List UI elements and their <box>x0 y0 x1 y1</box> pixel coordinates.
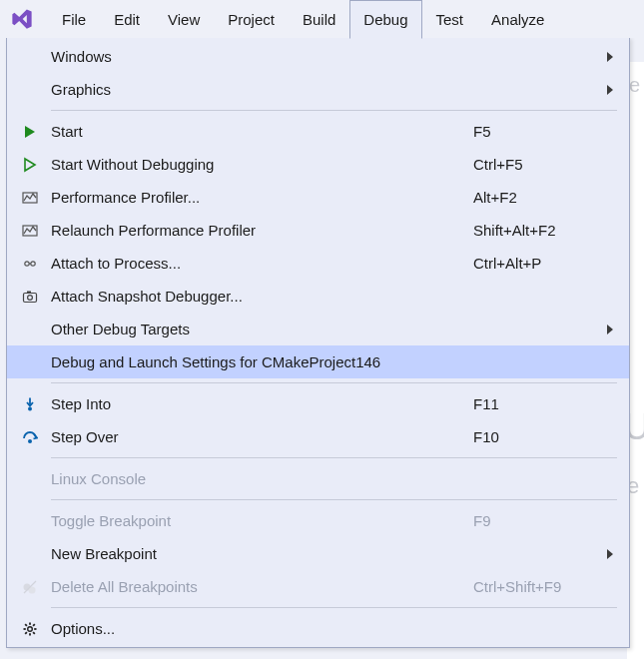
snapshot-icon <box>17 289 43 305</box>
menu-separator <box>51 457 617 458</box>
svg-point-8 <box>28 406 32 410</box>
menuitem-options[interactable]: Options... <box>7 612 629 645</box>
menu-build[interactable]: Build <box>289 0 349 38</box>
svg-line-19 <box>25 624 27 626</box>
menu-view[interactable]: View <box>154 0 214 38</box>
menuitem-label: Start <box>43 123 473 140</box>
menuitem-label: Debug and Launch Settings for CMakeProje… <box>43 353 473 370</box>
menuitem-label: Delete All Breakpoints <box>43 578 473 595</box>
menuitem-label: Options... <box>43 620 473 637</box>
menuitem-attach-to-process[interactable]: Attach to Process...Ctrl+Alt+P <box>7 247 629 280</box>
menu-separator <box>51 499 617 500</box>
menuitem-label: Relaunch Performance Profiler <box>43 222 473 239</box>
menu-separator <box>51 607 617 608</box>
menuitem-shortcut: F5 <box>473 123 603 140</box>
menuitem-label: Toggle Breakpoint <box>43 512 473 529</box>
vs-logo-icon <box>10 7 34 31</box>
menuitem-start[interactable]: StartF5 <box>7 115 629 148</box>
menuitem-label: Linux Console <box>43 470 473 487</box>
menu-label: File <box>62 11 86 28</box>
menuitem-graphics[interactable]: Graphics <box>7 73 629 106</box>
svg-rect-5 <box>24 293 37 302</box>
start-outline-icon <box>17 157 43 173</box>
submenu-arrow-icon <box>603 325 617 334</box>
start-icon <box>17 124 43 140</box>
menu-label: Project <box>228 11 275 28</box>
menu-label: Debug <box>363 11 407 28</box>
menuitem-debug-and-launch-settings-for-cmakeproject146[interactable]: Debug and Launch Settings for CMakeProje… <box>7 345 629 378</box>
del-bp-icon <box>17 579 43 595</box>
menuitem-label: Step Into <box>43 395 473 412</box>
menuitem-label: Attach Snapshot Debugger... <box>43 288 473 305</box>
menu-label: Analyze <box>491 11 544 28</box>
menuitem-label: Attach to Process... <box>43 255 473 272</box>
perf-icon <box>17 223 43 239</box>
submenu-arrow-icon <box>603 85 617 95</box>
menu-separator <box>51 382 617 383</box>
menuitem-shortcut: Shift+Alt+F2 <box>473 222 603 239</box>
menuitem-delete-all-breakpoints: Delete All BreakpointsCtrl+Shift+F9 <box>7 570 629 603</box>
svg-point-10 <box>28 439 32 443</box>
menuitem-shortcut: Alt+F2 <box>473 189 603 206</box>
menubar: FileEditViewProjectBuildDebugTestAnalyze <box>48 0 558 38</box>
menuitem-shortcut: Ctrl+Alt+P <box>473 255 603 272</box>
menuitem-shortcut: F9 <box>473 512 603 529</box>
menubar-container: FileEditViewProjectBuildDebugTestAnalyze <box>0 0 644 38</box>
menuitem-label: Start Without Debugging <box>43 156 473 173</box>
menuitem-attach-snapshot-debugger[interactable]: Attach Snapshot Debugger... <box>7 280 629 313</box>
svg-rect-7 <box>27 291 31 294</box>
menu-test[interactable]: Test <box>422 0 478 38</box>
menu-separator <box>51 110 617 111</box>
menuitem-shortcut: Ctrl+F5 <box>473 156 603 173</box>
menu-project[interactable]: Project <box>214 0 289 38</box>
perf-icon <box>17 190 43 206</box>
menuitem-label: Graphics <box>43 81 473 98</box>
submenu-arrow-icon <box>603 549 617 559</box>
menuitem-shortcut: F11 <box>473 395 603 412</box>
menuitem-label: Other Debug Targets <box>43 321 473 337</box>
menuitem-label: Windows <box>43 48 473 65</box>
menuitem-performance-profiler[interactable]: Performance Profiler...Alt+F2 <box>7 181 629 214</box>
submenu-arrow-icon <box>603 52 617 62</box>
gear-icon <box>17 621 43 637</box>
svg-line-22 <box>25 632 27 634</box>
menu-analyze[interactable]: Analyze <box>477 0 558 38</box>
svg-point-2 <box>25 261 29 265</box>
menuitem-toggle-breakpoint: Toggle BreakpointF9 <box>7 504 629 537</box>
menu-edit[interactable]: Edit <box>100 0 154 38</box>
menuitem-step-over[interactable]: Step OverF10 <box>7 420 629 453</box>
step-into-icon <box>17 396 43 412</box>
svg-line-20 <box>33 632 35 634</box>
menuitem-label: Step Over <box>43 428 473 445</box>
menuitem-new-breakpoint[interactable]: New Breakpoint <box>7 537 629 570</box>
svg-point-6 <box>28 295 33 300</box>
menuitem-shortcut: Ctrl+Shift+F9 <box>473 578 603 595</box>
menu-label: View <box>168 11 200 28</box>
debug-menu-dropdown: WindowsGraphicsStartF5Start Without Debu… <box>6 37 630 648</box>
menuitem-label: New Breakpoint <box>43 545 473 562</box>
step-over-icon <box>17 429 43 445</box>
svg-point-3 <box>31 261 35 265</box>
svg-point-14 <box>28 626 33 631</box>
menuitem-windows[interactable]: Windows <box>7 40 629 73</box>
menuitem-start-without-debugging[interactable]: Start Without DebuggingCtrl+F5 <box>7 148 629 181</box>
menuitem-shortcut: F10 <box>473 428 603 445</box>
menuitem-linux-console: Linux Console <box>7 462 629 495</box>
menu-label: Build <box>303 11 335 28</box>
menuitem-step-into[interactable]: Step IntoF11 <box>7 387 629 420</box>
svg-line-21 <box>33 624 35 626</box>
menu-label: Test <box>436 11 464 28</box>
menuitem-label: Performance Profiler... <box>43 189 473 206</box>
attach-icon <box>17 256 43 272</box>
menuitem-relaunch-performance-profiler[interactable]: Relaunch Performance ProfilerShift+Alt+F… <box>7 214 629 247</box>
menu-debug[interactable]: Debug <box>349 0 421 39</box>
menuitem-other-debug-targets[interactable]: Other Debug Targets <box>7 313 629 345</box>
menu-file[interactable]: File <box>48 0 100 38</box>
menu-label: Edit <box>114 11 140 28</box>
